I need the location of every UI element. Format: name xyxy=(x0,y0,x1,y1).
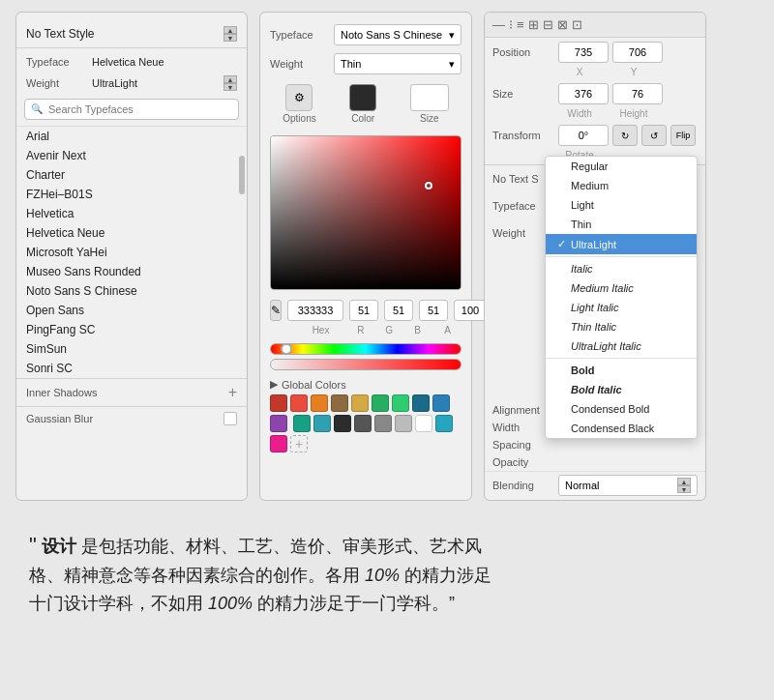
font-item-microsoft[interactable]: Microsoft YaHei xyxy=(16,243,247,262)
b-label: B xyxy=(405,325,430,335)
panel-color: Typeface Noto Sans S Chinese ▾ Weight Th… xyxy=(259,12,472,501)
color-dot-2[interactable] xyxy=(311,394,328,412)
color-dot-4[interactable] xyxy=(351,394,369,412)
font-item-museo[interactable]: Museo Sans Rounded xyxy=(16,262,247,281)
color-dot-5[interactable] xyxy=(372,394,389,412)
toolbar-icon-2[interactable]: ⁝ xyxy=(509,17,513,32)
font-item-simsun[interactable]: SimSun xyxy=(16,339,247,359)
text-style-stepper[interactable]: ▲ ▼ xyxy=(223,26,237,42)
typeface-row: Typeface Helvetica Neue xyxy=(16,52,247,72)
chevron-down-icon: ▾ xyxy=(449,29,455,42)
dropdown-item-medium-italic[interactable]: Medium Italic xyxy=(546,278,697,298)
color-dot-8[interactable] xyxy=(432,394,450,412)
color-dot-15[interactable] xyxy=(395,415,412,432)
blending-dropdown[interactable]: Normal ▲ ▼ xyxy=(558,475,698,496)
rotate-ccw-button[interactable]: ↺ xyxy=(641,125,667,146)
r-input[interactable] xyxy=(349,300,378,321)
rotate-input[interactable] xyxy=(558,125,609,146)
weight-stepper-down[interactable]: ▼ xyxy=(223,83,237,91)
dropdown-item-thin[interactable]: Thin xyxy=(546,215,697,234)
dropdown-item-italic[interactable]: Italic xyxy=(546,259,697,278)
toolbar-icon-7[interactable]: ⊡ xyxy=(572,17,582,32)
font-item-charter[interactable]: Charter xyxy=(16,165,247,185)
color-options-row: ⚙ Options Color 64 Size xyxy=(260,78,471,130)
rotate-cw-button[interactable]: ↻ xyxy=(612,125,638,146)
typeface-dropdown[interactable]: Noto Sans S Chinese ▾ xyxy=(334,24,461,45)
inner-shadows-plus[interactable]: + xyxy=(228,384,237,401)
flip-button[interactable]: Flip xyxy=(670,125,696,146)
color-dot-3[interactable] xyxy=(331,394,348,412)
eyedropper-row: ✎ xyxy=(260,296,471,325)
font-item-helvetica[interactable]: Helvetica xyxy=(16,204,247,223)
dropdown-item-ultralight[interactable]: ✓ UltraLight xyxy=(546,234,697,254)
color-dot-12[interactable] xyxy=(334,415,351,432)
text-part5: 十门设计学科，不如用 xyxy=(29,594,203,613)
dropdown-item-bold-italic[interactable]: Bold Italic xyxy=(546,380,697,399)
a-input[interactable] xyxy=(454,300,487,321)
color-dot-1[interactable] xyxy=(290,394,308,412)
dropdown-item-ultralight-italic[interactable]: UltraLight Italic xyxy=(546,336,697,356)
weight-value: UltraLight xyxy=(92,77,218,89)
dropdown-item-light-italic[interactable]: Light Italic xyxy=(546,298,697,317)
dropdown-item-light[interactable]: Light xyxy=(546,195,697,215)
font-item-open[interactable]: Open Sans xyxy=(16,301,247,320)
toolbar-icon-3[interactable]: ≡ xyxy=(517,17,524,32)
font-item-arial[interactable]: Arial xyxy=(16,127,247,146)
color-dot-10[interactable] xyxy=(293,415,311,432)
dropdown-item-bold[interactable]: Bold xyxy=(546,361,697,380)
gaussian-checkbox[interactable] xyxy=(223,412,237,425)
eyedropper-button[interactable]: ✎ xyxy=(270,300,282,321)
stepper-up[interactable]: ▲ xyxy=(223,26,237,34)
color-dot-6[interactable] xyxy=(392,394,409,412)
bold-design: 设计 xyxy=(42,537,76,556)
alpha-slider[interactable] xyxy=(270,359,461,370)
color-picker[interactable] xyxy=(270,135,461,290)
color-dot-13[interactable] xyxy=(354,415,372,432)
gaussian-label: Gaussian Blur xyxy=(26,413,223,424)
weight-stepper[interactable]: ▲ ▼ xyxy=(223,75,237,91)
scroll-indicator[interactable] xyxy=(239,156,245,194)
dropdown-item-condensed-bold[interactable]: Condensed Bold xyxy=(546,399,697,419)
height-input[interactable]: 76 xyxy=(612,83,663,104)
font-item-noto[interactable]: Noto Sans S Chinese xyxy=(16,281,247,301)
options-btn[interactable]: ⚙ Options xyxy=(283,84,315,124)
g-input[interactable] xyxy=(384,300,413,321)
color-dot-16[interactable] xyxy=(415,415,432,432)
blending-stepper[interactable]: ▲ ▼ xyxy=(677,478,691,493)
dropdown-item-condensed-black[interactable]: Condensed Black xyxy=(546,419,697,438)
font-item-fzhei[interactable]: FZHei–B01S xyxy=(16,185,247,204)
weight-stepper-up[interactable]: ▲ xyxy=(223,75,237,83)
b-input[interactable] xyxy=(419,300,448,321)
hue-slider[interactable] xyxy=(270,343,461,355)
dropdown-item-regular[interactable]: Regular xyxy=(546,157,697,176)
font-item-sonri[interactable]: Sonri SC xyxy=(16,359,247,378)
weight-dropdown[interactable]: Thin ▾ xyxy=(334,53,461,74)
color-add-button[interactable]: + xyxy=(290,435,308,452)
font-item-avenir[interactable]: Avenir Next xyxy=(16,146,247,165)
size-btn[interactable]: 64 Size xyxy=(410,84,449,124)
y-input[interactable]: 706 xyxy=(612,42,663,63)
size-input[interactable]: 64 xyxy=(410,84,449,111)
toolbar-icon-6[interactable]: ⊠ xyxy=(557,17,568,32)
search-input[interactable] xyxy=(24,99,239,120)
font-item-pingfang[interactable]: PingFang SC xyxy=(16,320,247,339)
color-dot-11[interactable] xyxy=(313,415,331,432)
toolbar-icon-1[interactable]: — xyxy=(492,17,505,32)
dropdown-item-thin-italic[interactable]: Thin Italic xyxy=(546,317,697,336)
color-dot-7[interactable] xyxy=(412,394,430,412)
hex-input[interactable] xyxy=(287,300,343,321)
toolbar-icon-5[interactable]: ⊟ xyxy=(543,17,553,32)
color-btn[interactable]: Color xyxy=(349,84,376,124)
stepper-down[interactable]: ▼ xyxy=(223,34,237,42)
color-dot-17[interactable] xyxy=(435,415,453,432)
toolbar-icon-4[interactable]: ⊞ xyxy=(528,17,539,32)
dropdown-item-medium[interactable]: Medium xyxy=(546,176,697,195)
color-dot-14[interactable] xyxy=(374,415,392,432)
x-input[interactable]: 735 xyxy=(558,42,609,63)
search-icon: 🔍 xyxy=(31,103,43,114)
color-dot-18[interactable] xyxy=(270,435,287,452)
color-dot-0[interactable] xyxy=(270,394,287,412)
font-item-helvetica-neue[interactable]: Helvetica Neue xyxy=(16,223,247,243)
width-input[interactable]: 376 xyxy=(558,83,609,104)
color-dot-9[interactable] xyxy=(270,415,287,432)
